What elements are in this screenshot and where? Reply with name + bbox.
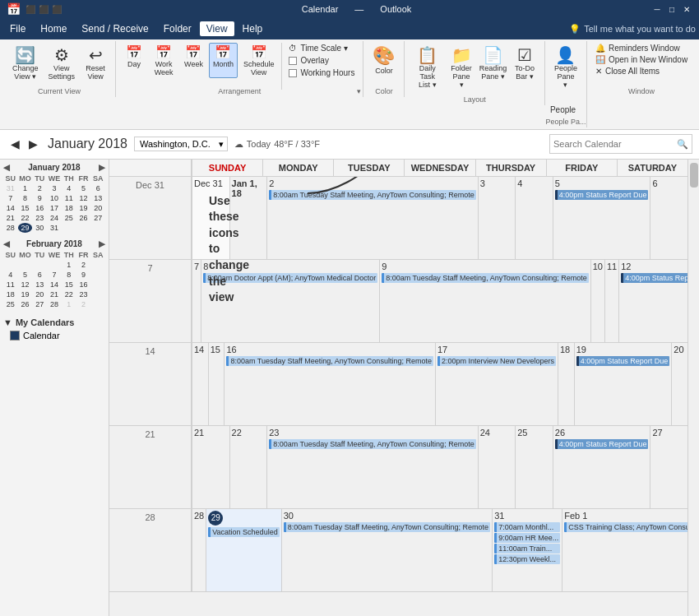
- cal-event[interactable]: 8:00am Tuesday Staff Meeting, AnyTown Co…: [269, 190, 475, 200]
- mini-cal-day[interactable]: 30: [32, 223, 47, 233]
- cal-event[interactable]: 7:00am Monthl...: [494, 522, 560, 532]
- mini-cal-day[interactable]: 11: [62, 193, 76, 203]
- mini-cal-day[interactable]: 19: [76, 203, 91, 213]
- day-button[interactable]: 📅 Day: [121, 43, 147, 78]
- cal-cell-jan17[interactable]: 17 2:00pm Interview New Developers: [435, 343, 558, 425]
- cal-cell-jan29[interactable]: 29 Vacation Scheduled: [206, 509, 280, 591]
- cal-cell-jan22[interactable]: 22: [229, 426, 267, 508]
- cal-cell-dec31[interactable]: Dec 31 Use these icons tochange the view: [192, 177, 229, 259]
- cal-event[interactable]: 8:00am Doctor Appt (AM); AnyTown Medical…: [203, 273, 377, 283]
- mini-cal-day[interactable]: 2: [76, 260, 91, 270]
- mini-cal-day[interactable]: 12: [18, 280, 33, 289]
- mini-cal-day[interactable]: 17: [47, 203, 62, 213]
- open-new-window-button[interactable]: 🪟 Open in New Window: [592, 54, 691, 65]
- cal-cell-jan25[interactable]: 25: [515, 426, 553, 508]
- nav-next-button[interactable]: ▶: [25, 136, 41, 152]
- working-hours-checkbox[interactable]: [289, 69, 297, 77]
- mini-cal-day[interactable]: 21: [47, 289, 62, 299]
- maximize-button[interactable]: □: [666, 3, 678, 15]
- menu-send-receive[interactable]: Send / Receive: [75, 21, 155, 36]
- calendar-checkbox[interactable]: [10, 331, 20, 340]
- mini-cal-day[interactable]: 12: [76, 193, 91, 203]
- mini-cal-day[interactable]: 7: [47, 270, 62, 280]
- mini-cal-day[interactable]: 27: [90, 213, 105, 223]
- calendar-item-calendar[interactable]: Calendar: [0, 329, 109, 342]
- cal-cell-feb1[interactable]: Feb 1 CSS Training Class; AnyTown Consul…: [562, 509, 687, 591]
- menu-help[interactable]: Help: [236, 21, 270, 36]
- mini-cal-today[interactable]: 29: [18, 223, 33, 233]
- scrollbar-thumb[interactable]: [690, 163, 698, 188]
- cal-cell-jan9[interactable]: 9 8:00am Tuesday Staff Meeting, AnyTown …: [379, 260, 590, 342]
- mini-cal-day[interactable]: 13: [32, 280, 47, 289]
- location-dropdown[interactable]: Washington, D.C. ▾: [134, 137, 228, 151]
- cal-event[interactable]: 4:00pm Status Report Due: [621, 273, 687, 283]
- cal-cell-jan19[interactable]: 19 4:00pm Status Report Due: [574, 343, 672, 425]
- cal-cell-jan31[interactable]: 31 7:00am Monthl... 9:00am HR Mee... 11:…: [492, 509, 562, 591]
- mini-cal-day[interactable]: 16: [76, 280, 91, 289]
- mini-cal-day[interactable]: 9: [76, 270, 91, 280]
- menu-file[interactable]: File: [3, 21, 32, 36]
- mini-cal-day[interactable]: 21: [3, 213, 18, 223]
- mini-cal-day[interactable]: 2: [76, 299, 91, 309]
- menu-view[interactable]: View: [200, 21, 234, 36]
- cal-event[interactable]: 4:00pm Status Report Due: [555, 190, 649, 200]
- cal-cell-jan7[interactable]: 7: [192, 260, 201, 342]
- mini-cal-day[interactable]: 10: [47, 193, 62, 203]
- mini-cal-day[interactable]: 25: [3, 299, 18, 309]
- mini-cal-day[interactable]: 11: [3, 280, 18, 289]
- cal-event[interactable]: 8:00am Tuesday Staff Meeting, AnyTown Co…: [269, 439, 475, 449]
- cal-cell-jan24[interactable]: 24: [478, 426, 516, 508]
- time-scale-button[interactable]: ⏱ Time Scale ▾: [285, 43, 358, 53]
- cal-event[interactable]: 8:00am Tuesday Staff Meeting, AnyTown Co…: [382, 273, 588, 283]
- nav-prev-button[interactable]: ◀: [7, 136, 23, 152]
- mini-cal-feb-prev[interactable]: ◀: [3, 239, 10, 248]
- mini-cal-day[interactable]: 1: [62, 299, 76, 309]
- change-view-button[interactable]: 🔄 ChangeView ▾: [8, 43, 43, 84]
- mini-cal-day[interactable]: 4: [3, 270, 18, 280]
- mini-cal-day[interactable]: 8: [62, 270, 76, 280]
- cal-event[interactable]: 9:00am HR Mee...: [494, 533, 560, 543]
- cal-cell-jan21[interactable]: 21: [192, 426, 229, 508]
- mini-cal-feb-next[interactable]: ▶: [99, 239, 105, 248]
- mini-cal-day[interactable]: 22: [18, 213, 33, 223]
- cal-cell-jan12[interactable]: 12 4:00pm Status Report Due: [618, 260, 687, 342]
- mini-cal-day[interactable]: 18: [62, 203, 76, 213]
- cal-cell-jan4[interactable]: 4: [515, 177, 553, 259]
- mini-cal-day[interactable]: 4: [62, 183, 76, 193]
- cal-event[interactable]: 4:00pm Status Report Due: [576, 356, 670, 366]
- cal-cell-jan11[interactable]: 11: [604, 260, 618, 342]
- to-do-bar-button[interactable]: ☑ To-DoBar ▾: [510, 43, 539, 84]
- mini-cal-day[interactable]: 15: [62, 280, 76, 289]
- mini-cal-day[interactable]: 26: [76, 213, 91, 223]
- mini-cal-day[interactable]: 8: [18, 193, 33, 203]
- search-box[interactable]: 🔍: [549, 134, 692, 154]
- mini-cal-day[interactable]: 31: [3, 183, 18, 193]
- menu-home[interactable]: Home: [34, 21, 73, 36]
- cal-cell-jan20[interactable]: 20: [671, 343, 687, 425]
- cal-cell-jan6[interactable]: 6: [650, 177, 687, 259]
- working-hours-button[interactable]: Working Hours: [285, 67, 358, 78]
- overlay-checkbox[interactable]: [289, 57, 297, 65]
- mini-cal-day[interactable]: 7: [3, 193, 18, 203]
- mini-cal-day[interactable]: 6: [90, 183, 105, 193]
- cal-cell-jan23[interactable]: 23 8:00am Tuesday Staff Meeting, AnyTown…: [266, 426, 477, 508]
- cal-cell-jan8[interactable]: 8 8:00am Doctor Appt (AM); AnyTown Medic…: [201, 260, 379, 342]
- mini-cal-day[interactable]: 13: [90, 193, 105, 203]
- folder-pane-button[interactable]: 📁 FolderPane ▾: [447, 43, 476, 92]
- reset-view-button[interactable]: ↩ ResetView: [81, 43, 110, 84]
- cal-event[interactable]: 8:00am Tuesday Staff Meeting, AnyTown Co…: [226, 356, 433, 366]
- arrangement-expand[interactable]: ▾: [357, 87, 361, 95]
- mini-cal-day[interactable]: 20: [90, 203, 105, 213]
- people-pane-button[interactable]: 👤 PeoplePane ▾: [550, 43, 581, 92]
- cal-cell-jan27[interactable]: 27: [650, 426, 687, 508]
- mini-cal-day[interactable]: 28: [47, 299, 62, 309]
- cal-cell-jan5[interactable]: 5 4:00pm Status Report Due: [553, 177, 650, 259]
- reminders-window-button[interactable]: 🔔 Reminders Window: [592, 43, 691, 53]
- cal-cell-jan15[interactable]: 15: [208, 343, 225, 425]
- schedule-view-button[interactable]: 📅 ScheduleView: [239, 43, 279, 78]
- search-input[interactable]: [550, 139, 674, 149]
- cal-event[interactable]: 11:00am Train...: [494, 544, 560, 553]
- mini-cal-day[interactable]: 25: [62, 213, 76, 223]
- mini-cal-day[interactable]: 15: [18, 203, 33, 213]
- mini-cal-day[interactable]: 26: [18, 299, 33, 309]
